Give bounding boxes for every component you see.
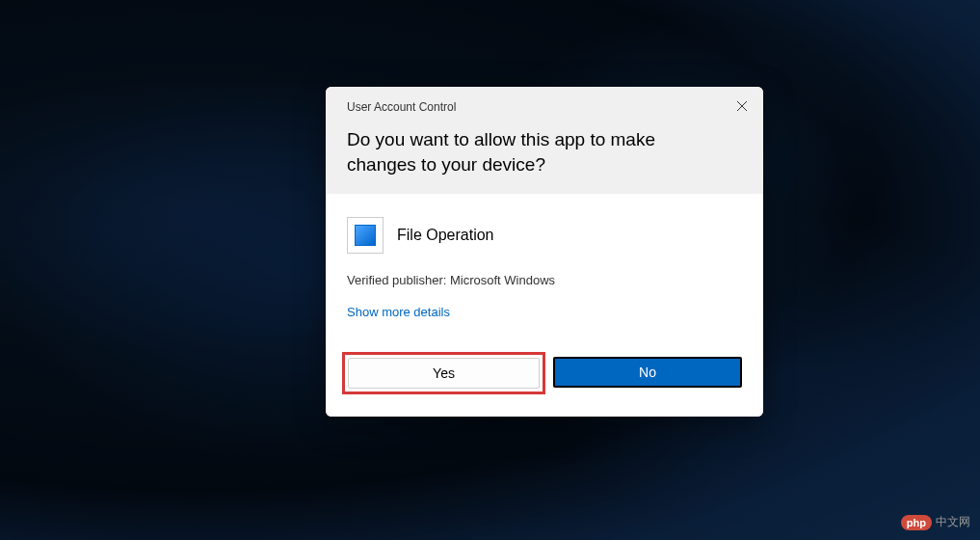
watermark-text: 中文网 [936, 514, 970, 530]
dialog-title: User Account Control [347, 100, 744, 114]
app-name: File Operation [397, 227, 494, 244]
app-icon [347, 217, 384, 254]
dialog-footer: Yes No [326, 339, 763, 417]
close-button[interactable] [730, 94, 754, 118]
show-more-details-link[interactable]: Show more details [347, 305, 450, 319]
dialog-body: File Operation Verified publisher: Micro… [326, 194, 763, 339]
app-info-row: File Operation [347, 217, 742, 254]
no-button[interactable]: No [553, 357, 742, 388]
watermark: php 中文网 [901, 514, 970, 530]
dialog-header: User Account Control Do you want to allo… [326, 87, 763, 194]
publisher-info: Verified publisher: Microsoft Windows [347, 273, 742, 287]
app-icon-inner [355, 225, 376, 246]
close-icon [736, 100, 748, 112]
yes-button-highlight: Yes [342, 352, 545, 394]
dialog-question: Do you want to allow this app to make ch… [347, 127, 744, 176]
watermark-badge: php [901, 515, 932, 530]
uac-dialog: User Account Control Do you want to allo… [326, 87, 763, 417]
yes-button[interactable]: Yes [348, 358, 540, 389]
